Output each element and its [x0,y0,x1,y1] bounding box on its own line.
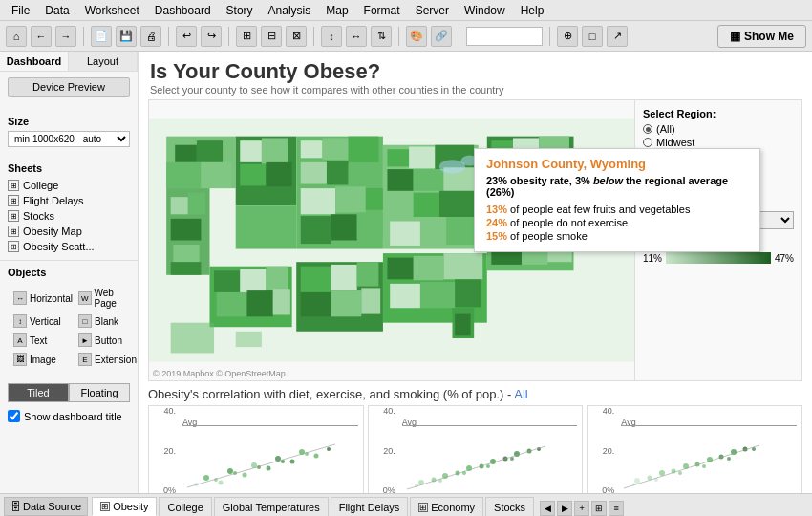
tab-stocks[interactable]: Stocks [485,497,534,516]
sheet-item-stocks[interactable]: ⊞ Stocks [8,208,130,224]
svg-rect-79 [214,270,240,292]
tool2[interactable]: ⊟ [261,26,282,47]
menu-item-format[interactable]: Format [356,2,408,19]
svg-rect-40 [414,193,439,217]
tab-college[interactable]: College [159,497,211,516]
tab-obesity[interactable]: Obesity [92,497,157,516]
svg-rect-11 [171,262,202,275]
sheet-item-flight-delays[interactable]: ⊞ Flight Delays [8,193,130,208]
rate-gradient [666,252,771,264]
tab-obesity-label: Obesity [113,501,148,512]
dashboard-header: Is Your County Obese? Select your county… [139,52,812,99]
data-source-tab[interactable]: 🗄 Data Source [4,497,88,516]
region-title: Select Region: [643,108,794,119]
svg-rect-74 [357,262,379,286]
tab-dashboard[interactable]: Dashboard [0,52,69,71]
tab-flight-delays[interactable]: Flight Delays [331,497,409,516]
save-btn[interactable]: 💾 [116,26,137,47]
show-title-checkbox[interactable] [8,410,20,422]
grid-view-btn[interactable]: ⊞ [591,501,607,516]
tool9[interactable]: ⊕ [557,26,578,47]
tool3[interactable]: ⊠ [286,26,307,47]
tool6[interactable]: ⇅ [371,26,392,47]
size-select[interactable]: min 1000x620 - auto [8,131,130,147]
forward-btn[interactable]: → [55,26,76,47]
svg-point-97 [290,460,295,464]
svg-rect-5 [201,162,231,188]
device-preview-btn[interactable]: Device Preview [8,77,130,97]
tool10[interactable]: □ [582,26,603,47]
obj-blank[interactable]: □Blank [76,312,139,330]
sheet-label-obesity-map: Obesity Map [23,226,82,237]
tool4[interactable]: ↕ [321,26,342,47]
dashboard-content: Is Your County Obese? Select your county… [139,52,812,493]
obj-button[interactable]: ►Button [76,332,139,349]
menu-item-dashboard[interactable]: Dashboard [147,2,219,19]
menu-item-file[interactable]: File [4,2,37,19]
content-area: Is Your County Obese? Select your county… [139,52,812,493]
tool1[interactable]: ⊞ [236,26,257,47]
svg-rect-44 [446,217,477,245]
tab-global-temperatures[interactable]: Global Temperatures [214,497,329,516]
share-btn[interactable]: ↗ [607,26,628,47]
redo-btn[interactable]: ↪ [201,26,222,47]
tab-economy[interactable]: ⊞ Economy [410,497,483,516]
svg-rect-25 [349,164,379,186]
scatter-chart-exercise[interactable]: 40.20.0% Avg [368,405,584,493]
obj-image[interactable]: 🖼Image [11,351,75,368]
svg-rect-7 [171,197,188,214]
obj-vertical[interactable]: ↕Vertical [11,312,75,330]
obj-webpage[interactable]: WWeb Page [76,286,139,311]
svg-rect-53 [455,314,470,336]
svg-point-137 [702,464,706,468]
add-tab-btn[interactable]: + [574,501,589,516]
floating-btn[interactable]: Floating [69,383,130,402]
back-btn[interactable]: ← [31,26,52,47]
data-source-label: Data Source [23,501,81,512]
show-title-label: Show dashboard title [24,411,122,422]
sheet-item-obesity-scatt[interactable]: ⊞ Obesity Scatt... [8,239,130,254]
home-btn[interactable]: ⌂ [6,26,27,47]
menu-item-data[interactable]: Data [37,2,76,19]
print-btn[interactable]: 🖨 [140,26,161,47]
tool8[interactable]: 🔗 [431,26,452,47]
tool7[interactable]: 🎨 [406,26,427,47]
menu-item-help[interactable]: Help [513,2,552,19]
map-area[interactable]: Johnson County, Wyoming 23% obesity rate… [148,99,802,381]
svg-rect-34 [409,147,435,169]
sidebar-size-section: Size min 1000x620 - auto [0,110,138,157]
sheet-item-obesity-map[interactable]: ⊞ Obesity Map [8,224,130,239]
region-all[interactable]: (All) [643,123,794,135]
scatter-chart-smoking[interactable]: 40.20.0% Avg [587,405,802,493]
scroll-left-btn[interactable]: ◀ [540,501,555,516]
menu-item-analysis[interactable]: Analysis [261,2,319,19]
svg-point-96 [267,466,271,471]
obj-text[interactable]: AText [11,332,75,349]
svg-rect-72 [301,267,331,292]
tab-layout[interactable]: Layout [69,52,138,71]
new-btn[interactable]: 📄 [91,26,112,47]
obj-extension[interactable]: EExtension [76,351,139,368]
tool5[interactable]: ↔ [346,26,367,47]
menu-item-worksheet[interactable]: Worksheet [77,2,147,19]
tiled-btn[interactable]: Tiled [8,383,69,402]
scatter-chart-diet[interactable]: 40.20.0% Avg [148,405,364,493]
undo-btn[interactable]: ↩ [176,26,197,47]
obj-horizontal[interactable]: ↔Horizontal [11,286,75,311]
list-view-btn[interactable]: ≡ [609,501,624,516]
show-title-row: Show dashboard title [0,406,138,426]
scroll-right-btn[interactable]: ▶ [557,501,572,516]
svg-point-94 [219,481,224,485]
svg-point-124 [634,478,640,484]
obesity-rate-bar: 11% 47% [643,252,794,264]
scatter-svg-exercise [397,425,583,493]
sheet-item-college[interactable]: ⊞ College [8,178,130,193]
region-midwest[interactable]: Midwest [643,137,794,148]
menu-item-window[interactable]: Window [457,2,513,19]
menu-item-map[interactable]: Map [318,2,355,19]
show-me-label: Show Me [744,30,794,43]
show-me-button[interactable]: ▦ Show Me [717,25,806,48]
menu-item-server[interactable]: Server [408,2,457,19]
menu-item-story[interactable]: Story [219,2,261,19]
search-input[interactable] [466,27,543,46]
